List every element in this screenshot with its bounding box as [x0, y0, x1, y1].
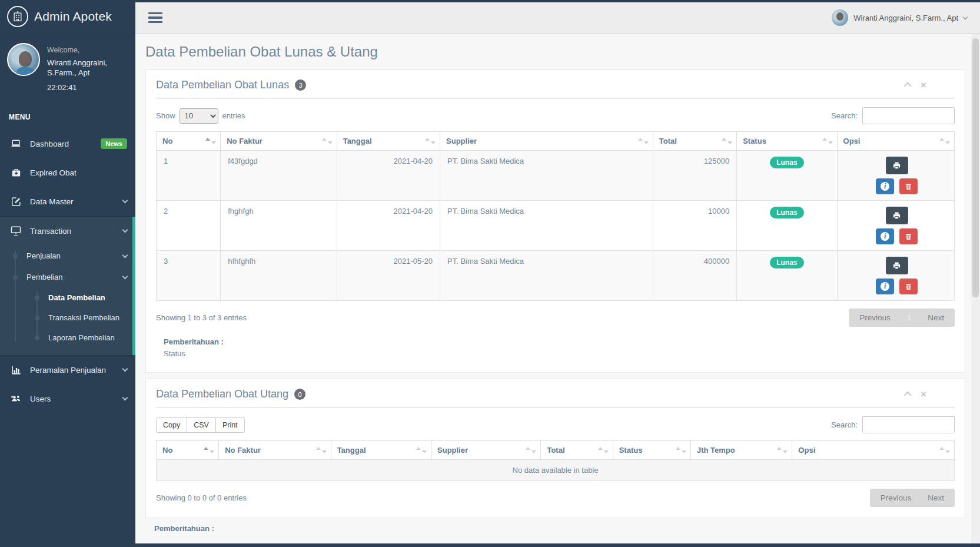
menu-toggle-icon[interactable] — [145, 9, 166, 27]
print-button[interactable] — [886, 157, 908, 174]
sidebar-item-users[interactable]: Users — [0, 384, 135, 413]
page-size-select[interactable]: 10 — [180, 108, 218, 124]
cell-total: 125000 — [653, 151, 736, 201]
detail-button[interactable]: i — [876, 228, 894, 244]
bullet-icon — [13, 275, 18, 280]
sidebar-item-label: Laporan Pembelian — [48, 333, 115, 342]
delete-button[interactable] — [899, 178, 918, 194]
column-header-supplier[interactable]: Supplier — [440, 132, 653, 151]
column-header-tanggal[interactable]: Tanggal — [331, 441, 431, 460]
sidebar-item-pembelian[interactable]: Pembelian — [0, 267, 135, 288]
detail-button[interactable]: i — [876, 178, 894, 194]
search-label: Search: — [831, 111, 858, 120]
sidebar-item-peramalan-penjualan[interactable]: Peramalan Penjualan — [0, 356, 135, 384]
cell-faktur: f43fgdgd — [221, 151, 337, 201]
cell-opsi: i — [837, 251, 954, 301]
column-header-jth-tempo[interactable]: Jth Tempo — [690, 441, 792, 460]
sidebar-user-name: Wiranti Anggraini, S.Farm., Apt — [47, 58, 128, 78]
footer-note-status-label: Status — [154, 542, 210, 543]
pagination-previous[interactable]: Previous — [851, 313, 899, 322]
sort-icon — [638, 138, 649, 144]
table-row: 2 fhghfgh 2021-04-20 PT. Bima Sakti Medi… — [157, 201, 955, 251]
empty-message: No data available in table — [157, 460, 955, 481]
sort-icon — [598, 447, 609, 453]
csv-button[interactable]: CSV — [187, 417, 216, 433]
print-button[interactable] — [886, 257, 908, 274]
close-icon[interactable]: × — [921, 80, 926, 90]
column-header-supplier[interactable]: Supplier — [431, 441, 541, 460]
column-header-status[interactable]: Status — [737, 132, 837, 151]
brand[interactable]: Admin Apotek — [0, 0, 135, 34]
panel-title: Data Pembelian Obat Utang — [156, 388, 288, 400]
table-row: 3 hfhfghfh 2021-05-20 PT. Bima Sakti Med… — [157, 251, 955, 301]
search-input[interactable] — [862, 107, 955, 124]
bullet-icon — [35, 296, 39, 300]
vertical-scrollbar[interactable] — [971, 34, 980, 543]
show-label: Show — [156, 111, 175, 120]
sidebar-item-expired-obat[interactable]: Expired Obat — [0, 158, 135, 187]
sidebar-item-label: Pembelian — [26, 273, 123, 281]
sidebar-item-transaction[interactable]: Transaction — [0, 217, 135, 246]
copy-button[interactable]: Copy — [156, 417, 187, 433]
delete-button[interactable] — [899, 279, 918, 294]
pagination: Previous 1 Next — [849, 309, 955, 327]
cell-opsi: i — [837, 201, 954, 251]
column-header-no-faktur[interactable]: No Faktur — [221, 132, 337, 151]
column-header-total[interactable]: Total — [541, 441, 613, 460]
collapse-icon[interactable] — [904, 82, 912, 90]
column-header-no[interactable]: No — [157, 441, 219, 460]
sidebar-item-data-master[interactable]: Data Master — [0, 187, 135, 216]
detail-button[interactable]: i — [876, 279, 894, 294]
users-icon — [9, 393, 23, 405]
delete-button[interactable] — [899, 228, 918, 244]
sidebar-item-label: Data Pembelian — [48, 293, 105, 302]
pembelian-utang-table: No No Faktur Tanggal Supplier Total Stat… — [156, 440, 955, 481]
scrollbar-thumb[interactable] — [972, 38, 979, 297]
pagination-next[interactable]: Next — [919, 313, 952, 322]
pagination-previous[interactable]: Previous — [872, 493, 920, 502]
cell-status: Lunas — [737, 201, 837, 251]
cell-tanggal: 2021-04-20 — [337, 151, 440, 201]
status-badge: Lunas — [770, 207, 803, 218]
bullet-icon — [35, 316, 39, 320]
count-badge: 3 — [295, 79, 306, 91]
column-header-total[interactable]: Total — [653, 132, 736, 151]
column-header-status[interactable]: Status — [613, 441, 690, 460]
panel-pembelian-utang: Data Pembelian Obat Utang 0 × Copy CSV P… — [145, 379, 965, 518]
column-header-tanggal[interactable]: Tanggal — [337, 132, 440, 151]
sidebar-item-transaksi-pembelian[interactable]: Transaksi Pembelian — [0, 308, 135, 328]
info-icon: i — [881, 282, 889, 291]
sidebar-item-dashboard[interactable]: Dashboard News — [0, 130, 135, 158]
sidebar-item-laporan-pembelian[interactable]: Laporan Pembelian — [0, 328, 135, 348]
sidebar-item-data-pembelian[interactable]: Data Pembelian — [0, 288, 135, 308]
clock-text: 22:02:41 — [47, 82, 128, 93]
close-icon[interactable]: × — [921, 389, 926, 399]
search-label: Search: — [831, 420, 858, 429]
pagination-next[interactable]: Next — [919, 493, 952, 502]
hospital-icon — [7, 6, 28, 27]
column-header-opsi[interactable]: Opsi — [792, 441, 955, 460]
laptop-icon — [9, 138, 23, 150]
collapse-icon[interactable] — [904, 392, 912, 399]
edit-icon — [9, 196, 23, 207]
search-input[interactable] — [862, 416, 955, 433]
chevron-down-icon — [122, 366, 128, 372]
topbar-user-name: Wiranti Anggraini, S.Farm., Apt — [853, 14, 958, 22]
news-badge: News — [101, 138, 127, 149]
sidebar-item-label: Penjualan — [26, 251, 123, 260]
column-header-no-faktur[interactable]: No Faktur — [219, 441, 331, 460]
bar-chart-icon — [9, 364, 23, 376]
status-badge: Lunas — [770, 157, 803, 168]
sidebar-item-penjualan[interactable]: Penjualan — [0, 246, 135, 267]
sidebar-profile: Welcome, Wiranti Anggraini, S.Farm., Apt… — [0, 34, 135, 93]
sidebar-item-label: Data Master — [30, 197, 123, 206]
sort-icon — [316, 447, 327, 453]
pagination-page-1[interactable]: 1 — [899, 313, 920, 322]
print-export-button[interactable]: Print — [215, 417, 245, 433]
note-body: Status — [164, 349, 955, 358]
chevron-down-icon — [963, 14, 968, 19]
column-header-no[interactable]: No — [157, 132, 221, 151]
column-header-opsi[interactable]: Opsi — [837, 132, 954, 151]
print-button[interactable] — [886, 207, 908, 224]
user-menu[interactable]: Wiranti Anggraini, S.Farm., Apt — [832, 9, 967, 26]
